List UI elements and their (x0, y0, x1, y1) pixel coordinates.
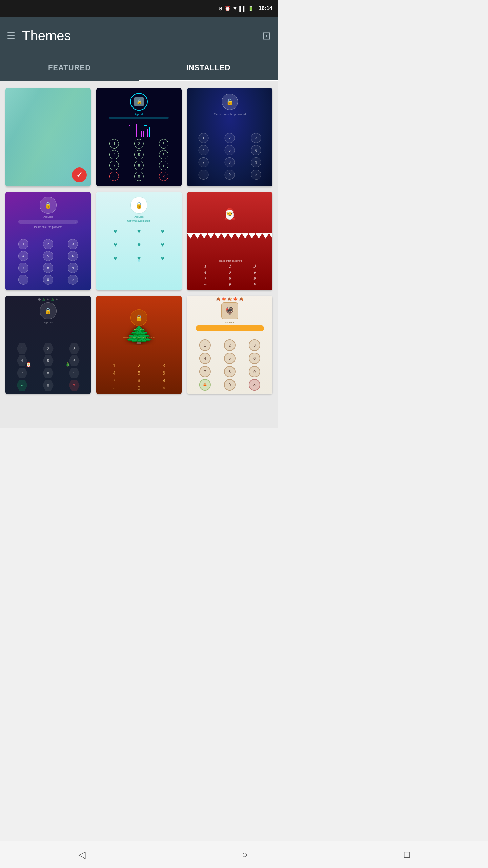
xmas-santa-area: 🎅 (187, 192, 272, 236)
tab-installed-label: INSTALLED (186, 63, 231, 72)
wifi-icon: ▼ (232, 6, 237, 11)
theme-card-2[interactable]: 🔒 AppLock (96, 88, 182, 186)
app-title: Themes (22, 28, 71, 43)
theme-preview-3: 🔒 Please enter the password 123 456 789 … (187, 88, 272, 186)
minus-icon: ⊖ (219, 6, 223, 11)
theme-card-1[interactable]: ✓ (5, 88, 91, 186)
theme-preview-9: 🍂 🍁 🍂 🍁 🍂 🦃 appLock 1 2 3 4 5 6 7 8 (187, 296, 272, 394)
selected-checkmark: ✓ (72, 167, 87, 182)
action-icon[interactable]: ⊡ (262, 29, 271, 42)
neon-icon-ring: 🔒 (130, 93, 148, 111)
theme-preview-1: ✓ (5, 88, 91, 186)
theme-preview-6: 🎅 Please enter password 𝟏 𝟐 𝟑 𝟒 𝟓 𝟔 𝟕 𝟖 (187, 192, 272, 290)
nav-bar: ◁ ○ □ (0, 841, 278, 868)
theme-preview-8: 🌲 🔒 App Lock Please enter gesture passwo… (96, 296, 182, 394)
theme-card-4[interactable]: 🔒 AppLock ? Please enter the password 1 … (5, 192, 91, 290)
nav-back-icon[interactable]: ◁ (78, 849, 86, 860)
space-enter-pw: Please enter the password (187, 113, 272, 116)
theme-preview-5: 🔒 AppLock Confirm saved pattern ♥ ♥ ♥ ♥ … (96, 192, 182, 290)
app-bar-left: ☰ Themes (7, 28, 71, 43)
tabs-container: FEATURED INSTALLED (0, 54, 278, 81)
themes-content: ✓ 🔒 AppLock (0, 81, 278, 428)
tab-featured[interactable]: FEATURED (0, 54, 139, 81)
theme-card-8[interactable]: 🌲 🔒 App Lock Please enter gesture passwo… (96, 296, 182, 394)
tab-featured-label: FEATURED (48, 63, 91, 72)
status-time: 16:14 (259, 5, 272, 12)
signal-icon: ▌▌ (239, 6, 246, 11)
neon-numpad: 1 2 3 4 5 6 7 8 9 ← 0 ✕ (103, 139, 175, 181)
theme-preview-2: 🔒 AppLock (96, 88, 182, 186)
theme-preview-7: ❊ 🎄 ❊ 🎄 ❊ 🔒 AppLock 🎅 🎄 1 2 3 4 5 6 7 (5, 296, 91, 394)
space-lock-icon: 🔒 (222, 94, 238, 110)
themes-grid: ✓ 🔒 AppLock (5, 88, 272, 394)
tab-installed[interactable]: INSTALLED (139, 54, 278, 81)
theme-card-7[interactable]: ❊ 🎄 ❊ 🎄 ❊ 🔒 AppLock 🎅 🎄 1 2 3 4 5 6 7 (5, 296, 91, 394)
menu-icon[interactable]: ☰ (7, 30, 15, 41)
theme-card-3[interactable]: 🔒 Please enter the password 123 456 789 … (187, 88, 272, 186)
theme-card-5[interactable]: 🔒 AppLock Confirm saved pattern ♥ ♥ ♥ ♥ … (96, 192, 182, 290)
status-icons: ⊖ ⏰ ▼ ▌▌ 🔋 16:14 (219, 5, 272, 12)
theme-card-6[interactable]: 🎅 Please enter password 𝟏 𝟐 𝟑 𝟒 𝟓 𝟔 𝟕 𝟖 (187, 192, 272, 290)
battery-icon: 🔋 (248, 6, 254, 11)
alarm-icon: ⏰ (225, 6, 230, 11)
theme-preview-4: 🔒 AppLock ? Please enter the password 1 … (5, 192, 91, 290)
theme-card-9[interactable]: 🍂 🍁 🍂 🍁 🍂 🦃 appLock 1 2 3 4 5 6 7 8 (187, 296, 272, 394)
status-bar: ⊖ ⏰ ▼ ▌▌ 🔋 16:14 (0, 0, 278, 17)
space-numpad: 123 456 789 ←0✕ (191, 133, 268, 180)
nav-home-icon[interactable]: ○ (242, 849, 248, 860)
app-bar: ☰ Themes ⊡ (0, 17, 278, 54)
